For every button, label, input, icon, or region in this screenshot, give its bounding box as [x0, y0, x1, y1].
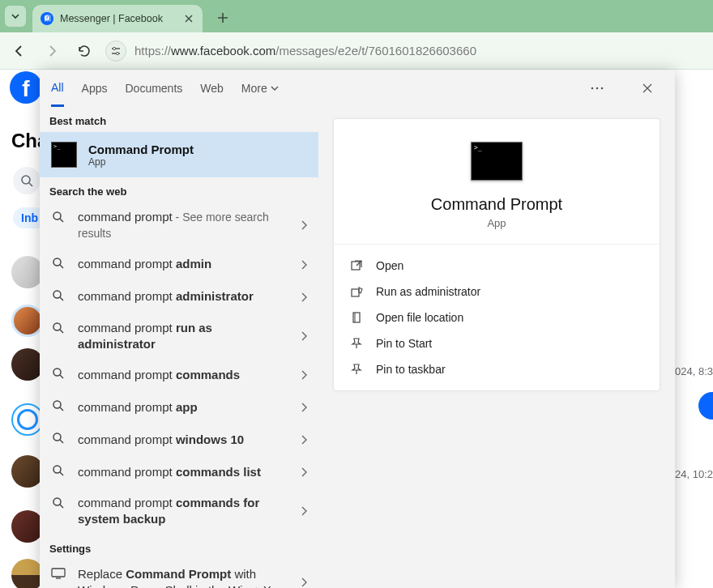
- search-detail-pane: Command Prompt App Open Run as administr…: [318, 107, 675, 588]
- web-result-row[interactable]: command prompt - See more search results: [40, 202, 318, 249]
- best-match-row[interactable]: Command Prompt App: [40, 132, 318, 177]
- svg-point-2: [116, 52, 118, 54]
- chevron-right-icon: [301, 331, 307, 341]
- web-result-row[interactable]: command prompt admin: [40, 249, 318, 281]
- action-label: Pin to Start: [376, 337, 432, 350]
- browser-titlebar: Messenger | Facebook: [0, 0, 713, 32]
- web-result-row[interactable]: command prompt run as administrator: [40, 313, 318, 360]
- more-horizontal-icon: [591, 87, 604, 90]
- action-pin-to-taskbar[interactable]: Pin to taskbar: [337, 356, 656, 382]
- nav-reload-button[interactable]: [73, 40, 96, 62]
- web-result-row[interactable]: command prompt windows 10: [40, 424, 318, 456]
- web-result-row[interactable]: command prompt administrator: [40, 281, 318, 313]
- web-result-label: command prompt commands for system backu…: [78, 495, 310, 528]
- search-icon: [49, 257, 68, 270]
- svg-rect-17: [352, 262, 360, 270]
- svg-point-8: [53, 258, 61, 266]
- browser-toolbar: https://www.facebook.com/messages/e2e/t/…: [0, 32, 713, 70]
- tabs-dropdown-button[interactable]: [5, 6, 26, 27]
- chevron-right-icon: [301, 467, 307, 477]
- search-options-button[interactable]: [581, 87, 613, 90]
- svg-point-6: [601, 87, 604, 90]
- svg-point-9: [53, 291, 61, 298]
- arrow-left-icon: [12, 44, 27, 58]
- chat-timestamp: 2024, 8:3: [669, 365, 713, 377]
- action-open[interactable]: Open: [337, 253, 656, 279]
- chevron-down-icon: [271, 84, 279, 92]
- messenger-search[interactable]: [13, 167, 41, 194]
- close-icon: [185, 15, 193, 23]
- address-bar[interactable]: https://www.facebook.com/messages/e2e/t/…: [105, 40, 705, 62]
- chat-avatar[interactable]: [11, 256, 44, 288]
- web-result-row[interactable]: command prompt app: [40, 391, 318, 424]
- search-tab-documents[interactable]: Documents: [125, 70, 182, 107]
- web-result-label: command prompt - See more search results: [78, 209, 310, 242]
- detail-subtitle: App: [342, 217, 651, 229]
- nav-back-button[interactable]: [8, 40, 31, 62]
- web-result-label: command prompt commands list: [78, 464, 284, 480]
- search-tabs: All Apps Documents Web More: [40, 70, 675, 107]
- open-icon: [348, 259, 365, 272]
- new-tab-button[interactable]: [212, 7, 233, 28]
- svg-point-1: [113, 47, 115, 49]
- svg-point-14: [53, 466, 61, 473]
- action-run-as-admin[interactable]: Run as administrator: [337, 279, 656, 305]
- best-match-title: Command Prompt: [88, 143, 194, 156]
- svg-point-7: [53, 212, 61, 219]
- chat-avatar[interactable]: [11, 305, 44, 337]
- chat-avatar[interactable]: [11, 348, 44, 381]
- search-tab-all[interactable]: All: [51, 70, 64, 107]
- web-result-label: command prompt windows 10: [78, 432, 267, 448]
- search-icon: [49, 496, 68, 509]
- search-icon: [49, 432, 68, 445]
- web-result-label: command prompt run as administrator: [78, 320, 310, 353]
- facebook-logo[interactable]: f: [10, 71, 42, 104]
- action-pin-to-start[interactable]: Pin to Start: [337, 330, 656, 356]
- tune-icon: [110, 45, 122, 57]
- chevron-right-icon: [301, 292, 307, 302]
- chat-avatar[interactable]: [11, 403, 44, 436]
- search-icon: [20, 174, 33, 187]
- web-result-label: command prompt admin: [78, 256, 234, 272]
- svg-rect-18: [352, 289, 359, 296]
- best-match-subtitle: App: [88, 156, 194, 168]
- settings-icon: [49, 568, 68, 579]
- chevron-right-icon: [301, 370, 307, 380]
- web-result-label: command prompt commands: [78, 367, 263, 383]
- settings-result-label: Replace Command Prompt with Windows Powe…: [78, 566, 310, 589]
- search-tab-more[interactable]: More: [241, 70, 279, 107]
- web-result-row[interactable]: command prompt commands list: [40, 456, 318, 488]
- search-tab-apps[interactable]: Apps: [82, 70, 108, 107]
- chat-avatar[interactable]: [11, 559, 44, 588]
- svg-point-11: [53, 369, 61, 376]
- plus-icon: [217, 12, 228, 23]
- detail-title: Command Prompt: [342, 195, 651, 214]
- facebook-favicon: [41, 12, 53, 25]
- site-info-button[interactable]: [105, 40, 126, 62]
- settings-result-row[interactable]: Replace Command Prompt with Windows Powe…: [40, 560, 318, 589]
- search-tab-web[interactable]: Web: [200, 70, 224, 107]
- nav-forward-button[interactable]: [41, 40, 63, 62]
- shield-icon: [348, 285, 365, 298]
- chat-avatar[interactable]: [11, 455, 44, 488]
- action-label: Run as administrator: [376, 285, 480, 298]
- search-icon: [49, 464, 68, 477]
- web-result-row[interactable]: command prompt commands: [40, 359, 318, 391]
- action-open-file-location[interactable]: Open file location: [337, 305, 656, 330]
- section-search-web: Search the web: [40, 177, 318, 202]
- tab-title: Messenger | Facebook: [60, 13, 177, 24]
- tab-close-button[interactable]: [183, 13, 194, 24]
- chevron-right-icon: [301, 220, 307, 230]
- search-close-button[interactable]: [631, 83, 664, 94]
- search-results-pane: Best match Command Prompt App Search the…: [40, 107, 318, 588]
- browser-tab-active[interactable]: Messenger | Facebook: [32, 5, 203, 32]
- chat-avatar[interactable]: [11, 510, 44, 543]
- command-prompt-icon: [51, 142, 77, 168]
- chevron-right-icon: [301, 260, 307, 270]
- command-prompt-icon: [471, 142, 523, 181]
- reload-icon: [77, 44, 92, 58]
- folder-icon: [348, 311, 365, 324]
- web-result-row[interactable]: command prompt commands for system backu…: [40, 488, 318, 535]
- search-icon: [49, 399, 68, 412]
- search-icon: [49, 289, 68, 302]
